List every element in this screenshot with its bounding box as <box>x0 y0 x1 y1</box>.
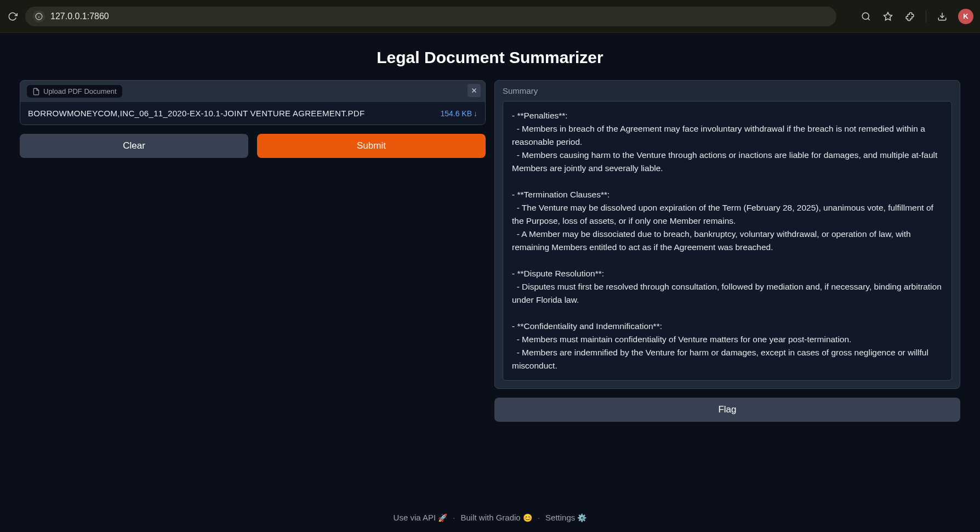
page-title: Legal Document Summarizer <box>20 48 960 67</box>
footer-built-text: Built with Gradio <box>460 513 520 522</box>
svg-marker-5 <box>884 12 892 20</box>
url-bar[interactable]: 127.0.0.1:7860 <box>25 7 836 26</box>
submit-button[interactable]: Submit <box>257 134 486 158</box>
upload-header: Upload PDF Document <box>20 81 485 102</box>
summary-output[interactable]: - **Penalties**: - Members in breach of … <box>503 101 952 381</box>
browser-toolbar: 127.0.0.1:7860 K <box>0 0 980 33</box>
gear-icon: ⚙️ <box>577 513 586 522</box>
button-row: Clear Submit <box>20 134 486 158</box>
extensions-icon[interactable] <box>904 10 916 22</box>
bookmark-icon[interactable] <box>882 10 894 22</box>
right-column: Summary - **Penalties**: - Members in br… <box>494 80 960 422</box>
upload-box: Upload PDF Document BORROWMONEYCOM,INC_0… <box>20 80 486 125</box>
browser-actions: K <box>860 9 973 24</box>
main-columns: Upload PDF Document BORROWMONEYCOM,INC_0… <box>20 80 960 422</box>
file-row: BORROWMONEYCOM,INC_06_11_2020-EX-10.1-JO… <box>20 102 485 124</box>
footer-gradio-link[interactable]: Built with Gradio 😊 <box>460 513 532 522</box>
download-arrow-icon: ↓ <box>474 109 477 118</box>
separator <box>926 10 926 22</box>
summary-label: Summary <box>503 86 952 95</box>
footer-api-text: Use via API <box>394 513 436 522</box>
upload-label-chip: Upload PDF Document <box>27 85 122 98</box>
file-size-text: 154.6 KB <box>440 109 472 118</box>
footer-settings-link[interactable]: Settings ⚙️ <box>545 513 586 522</box>
clear-button[interactable]: Clear <box>20 134 248 158</box>
upload-label: Upload PDF Document <box>43 87 117 95</box>
file-download-link[interactable]: 154.6 KB↓ <box>440 109 477 118</box>
file-icon <box>32 88 40 95</box>
left-column: Upload PDF Document BORROWMONEYCOM,INC_0… <box>20 80 486 422</box>
url-text: 127.0.0.1:7860 <box>50 12 109 21</box>
app-root: Legal Document Summarizer Upload PDF Doc… <box>0 33 980 422</box>
footer: Use via API 🚀 · Built with Gradio 😊 · Se… <box>0 513 980 522</box>
avatar-initial: K <box>963 12 968 20</box>
close-icon <box>470 87 478 94</box>
file-name: BORROWMONEYCOM,INC_06_11_2020-EX-10.1-JO… <box>28 109 364 118</box>
footer-settings-text: Settings <box>545 513 575 522</box>
profile-avatar[interactable]: K <box>958 9 973 24</box>
footer-sep: · <box>538 513 540 522</box>
flag-button[interactable]: Flag <box>494 398 960 422</box>
reload-icon[interactable] <box>7 10 19 22</box>
svg-line-4 <box>868 18 869 20</box>
gradio-icon: 😊 <box>523 513 532 522</box>
upload-clear-button[interactable] <box>468 84 481 97</box>
svg-point-3 <box>862 13 869 19</box>
downloads-icon[interactable] <box>936 10 948 22</box>
rocket-icon: 🚀 <box>438 513 447 522</box>
footer-sep: · <box>453 513 455 522</box>
zoom-icon[interactable] <box>860 10 872 22</box>
site-info-icon[interactable] <box>33 10 45 22</box>
summary-box: Summary - **Penalties**: - Members in br… <box>494 80 960 389</box>
footer-api-link[interactable]: Use via API 🚀 <box>394 513 448 522</box>
